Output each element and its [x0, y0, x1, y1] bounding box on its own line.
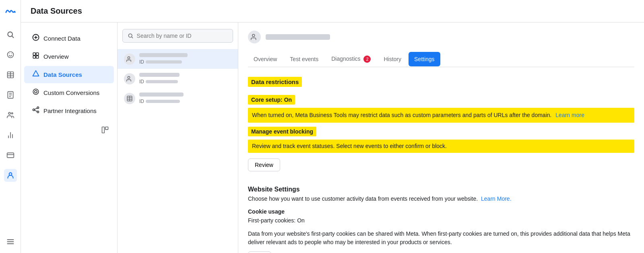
list-item-id: ID — [139, 59, 231, 65]
content-area: Data restrictions Connect Data Overview — [21, 23, 644, 253]
website-settings-learn-more[interactable]: Learn More. — [481, 195, 511, 202]
custom-conversions-icon — [32, 88, 39, 97]
manage-event-blocking-description: Review and track event statuses. Select … — [252, 143, 447, 149]
chart-sidebar-icon[interactable] — [4, 129, 17, 142]
svg-point-13 — [8, 112, 10, 114]
face-sidebar-icon[interactable] — [4, 48, 17, 61]
list-item-id: ID — [139, 99, 231, 104]
website-settings-title: Website Settings — [248, 186, 634, 193]
cookie-description: Data from your website's first-party coo… — [248, 230, 634, 247]
menu-sidebar-icon[interactable] — [4, 235, 17, 248]
sidebar-item-data-sources[interactable]: Data Sources — [24, 66, 114, 83]
nav-bottom-area — [21, 123, 117, 137]
core-setup-learn-more[interactable]: Learn more — [555, 112, 584, 118]
nav-sidebar: Data restrictions Connect Data Overview — [21, 23, 118, 253]
search-box[interactable] — [122, 29, 233, 43]
search-input[interactable] — [137, 33, 228, 39]
sidebar-item-partner-integrations-label: Partner Integrations — [43, 107, 97, 114]
list-item[interactable]: ID — [118, 88, 238, 108]
list-item-id-bar — [146, 80, 178, 83]
tab-test-events[interactable]: Test events — [284, 52, 324, 66]
cookie-section: Cookie usage First-party cookies: On Dat… — [248, 208, 634, 253]
sidebar-item-connect-data[interactable]: Data restrictions Connect Data — [24, 30, 114, 47]
svg-rect-28 — [36, 53, 39, 55]
detail-panel: Overview Test events Diagnostics 2 Histo… — [238, 23, 644, 253]
edit-button[interactable]: Edit — [248, 251, 271, 253]
list-item-content: ID — [139, 73, 231, 84]
list-item-id: ID — [139, 79, 231, 84]
partner-integrations-icon — [32, 106, 39, 115]
meta-logo-icon[interactable] — [4, 5, 17, 18]
svg-point-49 — [252, 34, 255, 37]
detail-header-icon — [248, 31, 261, 43]
list-item[interactable]: ID — [118, 69, 238, 88]
history-label: History — [384, 56, 401, 62]
active-people-sidebar-icon[interactable] — [4, 169, 17, 182]
top-header: Data Sources — [21, 0, 644, 23]
data-restrictions-title: Data restrictions — [251, 78, 299, 85]
people-sidebar-icon[interactable] — [4, 109, 17, 121]
tab-overview[interactable]: Overview — [248, 52, 283, 66]
detail-header — [248, 31, 634, 43]
svg-point-43 — [128, 57, 130, 59]
sidebar-item-custom-conversions[interactable]: Custom Conversions — [24, 84, 114, 101]
table-sidebar-icon[interactable] — [4, 68, 17, 81]
list-item-content: ID — [139, 53, 231, 65]
list-item-name-bar — [139, 53, 188, 57]
review-button[interactable]: Review — [248, 158, 280, 171]
tab-settings[interactable]: Settings — [409, 52, 440, 66]
list-item-name-bar — [139, 73, 180, 77]
list-item-content: ID — [139, 93, 231, 104]
list-item-id-bar — [146, 60, 182, 64]
svg-rect-40 — [105, 127, 108, 130]
sidebar-item-partner-integrations[interactable]: Partner Integrations — [24, 102, 114, 119]
main-area: Data Sources Data restrictions Connect D… — [21, 0, 644, 253]
core-setup-description: When turned on, Meta Business Tools may … — [252, 112, 551, 118]
svg-point-33 — [35, 91, 37, 93]
svg-point-2 — [7, 52, 13, 58]
sidebar-item-custom-conversions-label: Custom Conversions — [43, 89, 99, 96]
list-item-icon — [124, 53, 135, 65]
list-item-name-bar — [139, 93, 184, 97]
svg-rect-18 — [7, 153, 14, 158]
svg-point-44 — [128, 76, 130, 78]
svg-line-42 — [132, 37, 133, 38]
diagnostics-badge: 2 — [363, 56, 371, 63]
core-setup-highlight: Core setup: On — [248, 95, 295, 105]
svg-rect-29 — [33, 56, 35, 58]
connect-data-icon — [32, 34, 39, 43]
svg-line-37 — [35, 108, 37, 109]
tab-history[interactable]: History — [378, 52, 407, 66]
manage-event-blocking-highlight: Manage event blocking — [248, 127, 316, 136]
manage-event-blocking-description-box: Review and track event statuses. Select … — [248, 140, 634, 153]
list-panel: ID ID — [118, 23, 238, 253]
svg-rect-27 — [33, 53, 35, 55]
card-sidebar-icon[interactable] — [4, 149, 17, 162]
svg-marker-31 — [33, 71, 39, 76]
website-settings-description: Choose how you want to use customer acti… — [248, 195, 478, 202]
core-setup-description-box: When turned on, Meta Business Tools may … — [248, 108, 634, 123]
search-icon — [128, 33, 134, 39]
sidebar-item-overview[interactable]: Overview — [24, 48, 114, 65]
icon-sidebar — [0, 0, 21, 253]
manage-event-blocking-label: Manage event blocking — [251, 128, 313, 135]
svg-rect-30 — [36, 56, 39, 58]
list-item-icon — [124, 73, 135, 84]
svg-rect-39 — [102, 127, 105, 133]
data-restrictions-section: Data restrictions Core setup: On When tu… — [248, 77, 634, 179]
data-restrictions-highlight: Data restrictions — [248, 77, 302, 87]
sidebar-item-overview-label: Overview — [43, 53, 69, 60]
website-settings-section: Website Settings Choose how you want to … — [248, 186, 634, 253]
svg-point-14 — [11, 113, 12, 114]
tab-diagnostics[interactable]: Diagnostics 2 — [326, 51, 376, 67]
core-setup-label: Core setup: On — [251, 97, 292, 103]
cookie-title: Cookie usage — [248, 208, 634, 215]
detail-header-name-bar — [266, 34, 330, 40]
document-sidebar-icon[interactable] — [4, 88, 17, 101]
page-title: Data Sources — [31, 6, 634, 16]
list-item[interactable]: ID — [118, 49, 238, 69]
connect-data-label: Connect Data — [43, 35, 80, 42]
sidebar-item-data-sources-label: Data Sources — [43, 71, 82, 78]
website-settings-desc: Choose how you want to use customer acti… — [248, 195, 634, 202]
search-sidebar-icon[interactable] — [4, 28, 17, 41]
